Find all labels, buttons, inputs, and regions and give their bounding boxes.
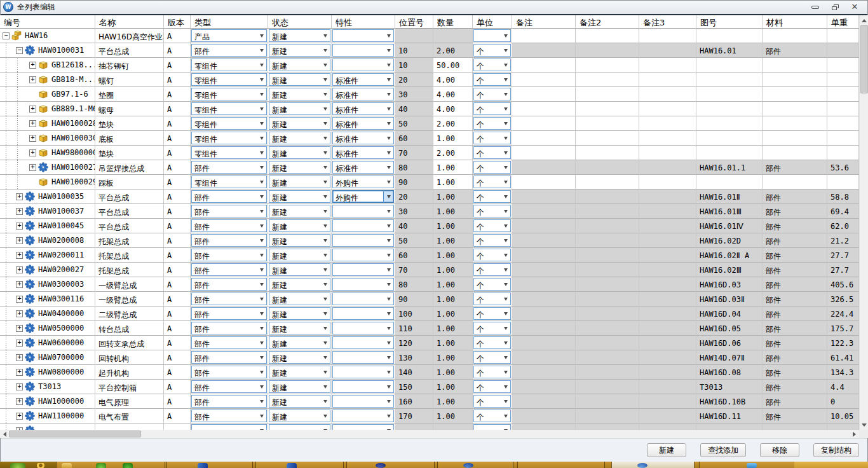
- chevron-down-icon[interactable]: [384, 205, 393, 217]
- cell-name[interactable]: 一级臂总成: [95, 292, 164, 306]
- chevron-down-icon[interactable]: [257, 381, 266, 392]
- cell-quantity[interactable]: 50.00: [433, 58, 473, 72]
- chevron-down-icon[interactable]: [384, 45, 393, 56]
- chevron-down-icon[interactable]: [257, 279, 266, 290]
- type-select[interactable]: 部件: [191, 249, 267, 261]
- feature-select[interactable]: 标准件: [332, 146, 394, 159]
- cell-code[interactable]: +HAW0100045: [0, 219, 95, 233]
- feature-select[interactable]: [332, 366, 394, 378]
- status-select[interactable]: 新建: [269, 190, 330, 203]
- column-header-version[interactable]: 版本: [164, 15, 191, 29]
- collapse-button[interactable]: −: [16, 47, 23, 54]
- cell-remark[interactable]: [512, 29, 576, 43]
- chevron-down-icon[interactable]: [320, 132, 330, 144]
- chevron-down-icon[interactable]: [384, 366, 393, 378]
- chevron-down-icon[interactable]: [383, 191, 393, 202]
- chevron-down-icon[interactable]: [320, 352, 330, 363]
- column-header-code[interactable]: 编号: [0, 15, 95, 29]
- chevron-down-icon[interactable]: [501, 191, 510, 202]
- column-header-qty[interactable]: 数量: [433, 15, 473, 29]
- cell-remark2[interactable]: [576, 116, 639, 131]
- cell-drawing[interactable]: [696, 72, 763, 87]
- cell-version[interactable]: A: [164, 204, 191, 219]
- unit-select[interactable]: 个: [473, 161, 511, 174]
- cell-name[interactable]: 踩板: [95, 175, 164, 189]
- cell-quantity[interactable]: 4.00: [433, 87, 473, 102]
- cell-code[interactable]: +HAW0600000: [0, 336, 95, 350]
- cell-remark3[interactable]: [639, 175, 696, 189]
- chevron-down-icon[interactable]: [320, 45, 330, 56]
- feature-select[interactable]: [332, 336, 394, 349]
- type-select[interactable]: 零组件: [191, 73, 267, 86]
- status-select[interactable]: 新建: [269, 322, 330, 334]
- cell-remark2[interactable]: [576, 146, 639, 160]
- chevron-down-icon[interactable]: [501, 235, 510, 246]
- chevron-down-icon[interactable]: [384, 352, 393, 363]
- type-select[interactable]: 零组件: [191, 59, 267, 71]
- expand-button[interactable]: +: [16, 237, 23, 244]
- unit-select[interactable]: 个: [473, 73, 511, 86]
- chevron-down-icon[interactable]: [384, 396, 393, 407]
- cell-version[interactable]: A: [164, 394, 191, 409]
- type-select[interactable]: 零组件: [191, 88, 267, 100]
- start-button[interactable]: [0, 462, 56, 468]
- cell-code[interactable]: GB97.1-6: [0, 87, 95, 102]
- chevron-down-icon[interactable]: [257, 322, 266, 334]
- cell-name[interactable]: 平台总成: [95, 204, 164, 219]
- chevron-down-icon[interactable]: [257, 264, 266, 275]
- cell-version[interactable]: A: [164, 306, 191, 321]
- type-select[interactable]: 部件: [191, 44, 267, 57]
- expand-button[interactable]: +: [29, 62, 36, 69]
- type-select[interactable]: 部件: [191, 190, 267, 203]
- unit-select[interactable]: 个: [473, 395, 511, 408]
- cell-version[interactable]: A: [164, 175, 191, 189]
- status-select[interactable]: 新建: [269, 161, 330, 174]
- cell-remark[interactable]: [512, 58, 576, 72]
- unit-select[interactable]: 个: [473, 292, 511, 305]
- vertical-scrollbar[interactable]: [859, 15, 868, 430]
- unit-select[interactable]: 个: [473, 410, 511, 422]
- column-header-remark2[interactable]: 备注2: [576, 15, 639, 29]
- unit-select[interactable]: 个: [473, 366, 511, 378]
- cell-drawing[interactable]: [696, 102, 763, 116]
- status-select[interactable]: 新建: [269, 73, 330, 86]
- cell-version[interactable]: A: [164, 380, 191, 394]
- cell-drawing[interactable]: [696, 58, 763, 72]
- feature-select[interactable]: [332, 380, 394, 393]
- cell-name[interactable]: 回转机构: [95, 350, 164, 365]
- chevron-down-icon[interactable]: [501, 264, 510, 275]
- cell-remark2[interactable]: [576, 72, 639, 87]
- chevron-down-icon[interactable]: [501, 88, 510, 100]
- unit-select[interactable]: 个: [473, 88, 511, 100]
- feature-select[interactable]: [332, 424, 394, 430]
- status-select[interactable]: 新建: [269, 336, 330, 349]
- chevron-down-icon[interactable]: [257, 410, 266, 422]
- chevron-down-icon[interactable]: [320, 220, 330, 231]
- unit-select[interactable]: 个: [473, 205, 511, 217]
- column-header-status[interactable]: 状态: [268, 15, 332, 29]
- cell-version[interactable]: A: [164, 321, 191, 336]
- cell-name[interactable]: [95, 423, 164, 430]
- status-select[interactable]: 新建: [269, 102, 330, 115]
- chevron-down-icon[interactable]: [501, 220, 510, 231]
- status-select[interactable]: 新建: [269, 88, 330, 100]
- cell-weight[interactable]: [827, 102, 859, 116]
- expand-button[interactable]: +: [16, 266, 23, 273]
- type-select[interactable]: 零组件: [191, 102, 267, 115]
- cell-remark[interactable]: [512, 72, 576, 87]
- cell-remark2[interactable]: [576, 175, 639, 189]
- cell-remark3[interactable]: [639, 72, 696, 87]
- chevron-down-icon[interactable]: [320, 103, 330, 114]
- status-select[interactable]: 新建: [269, 351, 330, 364]
- chevron-down-icon[interactable]: [501, 176, 510, 188]
- column-header-feature[interactable]: 特性: [332, 15, 395, 29]
- expand-button[interactable]: +: [16, 296, 23, 303]
- vertical-scroll-thumb[interactable]: [860, 25, 868, 93]
- unit-select[interactable]: 个: [473, 59, 511, 71]
- cell-remark3[interactable]: [639, 58, 696, 72]
- cell-material[interactable]: [763, 146, 827, 160]
- feature-select[interactable]: 外购件: [332, 190, 394, 203]
- status-select[interactable]: 新建: [269, 278, 330, 291]
- cell-version[interactable]: A: [164, 160, 191, 175]
- expand-button[interactable]: +: [16, 193, 23, 200]
